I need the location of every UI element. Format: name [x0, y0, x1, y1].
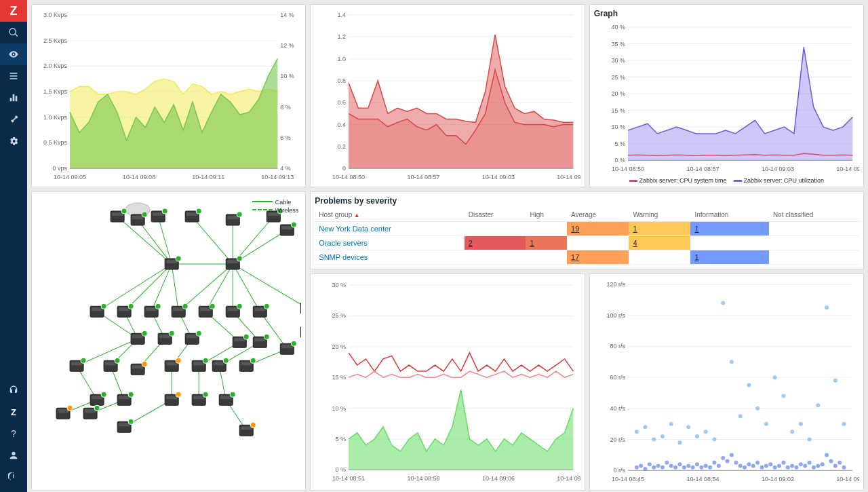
- chart-panel-2: 00.20.40.60.81.01.21.410-14 08:5010-14 0…: [310, 4, 585, 187]
- svg-rect-223: [92, 396, 102, 399]
- svg-point-319: [656, 463, 660, 468]
- svg-rect-232: [193, 396, 204, 399]
- col-header[interactable]: Not classified: [769, 208, 859, 222]
- svg-point-212: [176, 358, 181, 363]
- inventory-icon[interactable]: [0, 65, 27, 87]
- svg-text:0.5 Kvps: 0.5 Kvps: [43, 139, 68, 146]
- svg-text:0.6: 0.6: [338, 99, 347, 106]
- svg-text:0.8: 0.8: [338, 77, 347, 84]
- svg-text:10-14 09:03: 10-14 09:03: [482, 174, 515, 181]
- svg-point-320: [660, 466, 665, 470]
- chart-panel-1: 0 vps0.5 Kvps1.0 Kvps1.5 Kvps2.0 Kvps2.5…: [31, 4, 306, 187]
- svg-point-298: [712, 438, 716, 442]
- svg-point-182: [196, 330, 201, 336]
- svg-text:20 r/s: 20 r/s: [610, 436, 625, 443]
- svg-point-334: [721, 456, 725, 460]
- svg-rect-235: [220, 396, 231, 399]
- logo[interactable]: Z: [0, 0, 27, 22]
- svg-point-315: [639, 463, 643, 468]
- search-icon[interactable]: [0, 22, 27, 43]
- svg-text:10-14 08:50: 10-14 08:50: [332, 174, 365, 181]
- svg-point-339: [743, 466, 747, 470]
- svg-point-293: [669, 422, 673, 426]
- table-row: SNMP devices171: [315, 250, 859, 265]
- user-icon[interactable]: [0, 444, 27, 466]
- svg-point-146: [101, 303, 106, 309]
- panel-title: Graph: [594, 9, 859, 18]
- monitoring-icon[interactable]: [0, 43, 27, 65]
- svg-point-345: [768, 462, 772, 466]
- svg-point-143: [237, 256, 242, 261]
- svg-rect-211: [166, 362, 177, 365]
- svg-text:20 %: 20 %: [332, 343, 347, 350]
- help-icon[interactable]: ?: [0, 423, 27, 444]
- svg-text:15 %: 15 %: [611, 107, 625, 114]
- admin-icon[interactable]: [0, 130, 27, 152]
- svg-point-176: [142, 330, 147, 336]
- col-header[interactable]: Information: [690, 208, 768, 222]
- severity-count[interactable]: 17: [571, 253, 579, 261]
- severity-count[interactable]: 2: [469, 239, 473, 247]
- svg-line-71: [138, 220, 172, 264]
- host-group-link[interactable]: SNMP devices: [319, 253, 368, 261]
- svg-point-296: [695, 434, 699, 438]
- svg-point-248: [250, 422, 256, 428]
- svg-rect-175: [132, 335, 143, 338]
- svg-point-227: [128, 392, 134, 397]
- svg-text:30 %: 30 %: [611, 57, 625, 64]
- support-icon[interactable]: [0, 379, 27, 401]
- svg-rect-208: [132, 365, 143, 368]
- svg-line-82: [205, 264, 233, 311]
- col-header[interactable]: Warning: [629, 208, 690, 222]
- chart3: 0 %5 %10 %15 %20 %25 %30 %35 %40 %10-14 …: [594, 21, 859, 176]
- svg-point-323: [673, 466, 677, 470]
- svg-point-336: [730, 453, 734, 457]
- svg-text:10-14 09:14: 10-14 09:14: [557, 475, 580, 482]
- svg-point-313: [842, 422, 846, 426]
- svg-point-331: [708, 466, 712, 470]
- severity-count[interactable]: 1: [694, 225, 698, 233]
- svg-text:10-14 09:06: 10-14 09:06: [482, 475, 515, 482]
- svg-rect-139: [166, 260, 177, 263]
- col-header[interactable]: High: [526, 208, 567, 222]
- reports-icon[interactable]: [0, 87, 27, 109]
- svg-text:10-14 09:03: 10-14 09:03: [762, 166, 794, 172]
- svg-text:3.0 Kvps: 3.0 Kvps: [43, 12, 68, 18]
- svg-point-349: [785, 466, 789, 470]
- svg-point-329: [699, 466, 703, 470]
- svg-text:0.4: 0.4: [338, 121, 347, 128]
- severity-count[interactable]: 1: [633, 225, 637, 233]
- host-group-link[interactable]: New York Data center: [319, 225, 391, 233]
- signout-icon[interactable]: [0, 466, 27, 488]
- svg-point-164: [264, 303, 269, 309]
- svg-rect-244: [119, 423, 130, 426]
- svg-rect-163: [254, 307, 265, 311]
- svg-point-149: [128, 303, 134, 309]
- share-icon[interactable]: Z: [0, 401, 27, 423]
- svg-point-309: [807, 438, 811, 442]
- svg-rect-229: [166, 396, 177, 399]
- svg-text:10-14 08:57: 10-14 08:57: [686, 166, 719, 172]
- severity-count[interactable]: 19: [571, 225, 579, 233]
- col-header[interactable]: Host group ▲: [315, 208, 464, 222]
- svg-text:80 r/s: 80 r/s: [610, 343, 625, 349]
- col-header[interactable]: Average: [567, 208, 629, 222]
- svg-point-318: [652, 466, 656, 470]
- col-header[interactable]: Disaster: [465, 208, 526, 222]
- svg-text:0: 0: [342, 165, 346, 172]
- svg-line-80: [172, 264, 178, 311]
- svg-text:60 r/s: 60 r/s: [610, 374, 625, 381]
- svg-rect-202: [71, 362, 82, 365]
- config-icon[interactable]: [0, 109, 27, 130]
- host-group-link[interactable]: Oracle servers: [319, 239, 368, 247]
- svg-point-245: [128, 419, 134, 424]
- severity-count[interactable]: 1: [530, 239, 534, 247]
- svg-text:5 %: 5 %: [336, 436, 347, 442]
- svg-point-306: [781, 394, 785, 398]
- chart2: 00.20.40.60.81.01.21.410-14 08:5010-14 0…: [315, 9, 580, 184]
- severity-count[interactable]: 4: [633, 239, 637, 247]
- network-map[interactable]: [36, 196, 301, 486]
- svg-point-302: [747, 383, 751, 387]
- severity-count[interactable]: 1: [694, 253, 698, 261]
- svg-point-347: [777, 463, 781, 468]
